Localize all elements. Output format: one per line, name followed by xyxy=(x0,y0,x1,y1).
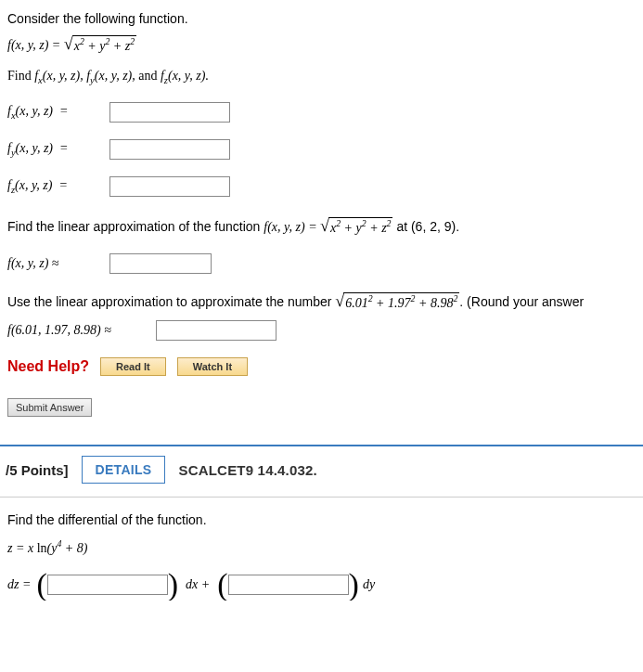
need-help-label: Need Help? xyxy=(7,358,89,375)
q2-function: z = x ln(y4 + 8) xyxy=(7,538,636,556)
fz-input[interactable] xyxy=(109,176,230,197)
fx-input[interactable] xyxy=(109,102,230,123)
question-ref: SCALCET9 14.4.032. xyxy=(178,462,317,478)
fz-label: fz(x, y, z) = xyxy=(7,178,109,195)
eval-input[interactable] xyxy=(156,320,276,341)
use-approx-post: . (Round your answer xyxy=(459,294,584,309)
use-approx-pre: Use the linear approximation to approxim… xyxy=(7,294,335,309)
use-approx-prompt: Use the linear approximation to approxim… xyxy=(7,292,636,311)
func-lhs: f(x, y, z) = xyxy=(7,38,64,52)
q1-find-text: Find fx(x, y, z), fy(x, y, z), and fz(x,… xyxy=(7,69,636,85)
dx-label: dx + xyxy=(186,577,210,592)
read-it-button[interactable]: Read It xyxy=(100,357,166,376)
fx-label: fx(x, y, z) = xyxy=(7,104,109,121)
fy-label: fy(x, y, z) = xyxy=(7,141,109,158)
paren-close-icon: ) xyxy=(168,569,178,601)
approx-label: f(x, y, z) ≈ xyxy=(7,256,109,271)
q1-intro: Consider the following function. xyxy=(7,11,636,26)
question-header: /5 Points] DETAILS SCALCET9 14.4.032. xyxy=(0,445,643,493)
paren-open-icon: ( xyxy=(36,569,46,601)
dz-dx-input[interactable] xyxy=(47,575,168,595)
dz-dy-input[interactable] xyxy=(228,575,349,595)
watch-it-button[interactable]: Watch It xyxy=(177,357,248,376)
fy-input[interactable] xyxy=(109,139,230,160)
eval-label: f(6.01, 1.97, 8.98) ≈ xyxy=(7,323,156,338)
paren-close-icon: ) xyxy=(349,569,359,601)
dy-label: dy xyxy=(363,577,375,592)
lin-approx-post: at (6, 2, 9). xyxy=(396,219,459,234)
details-button[interactable]: DETAILS xyxy=(82,456,166,484)
dz-label: dz = xyxy=(7,577,31,592)
points-label: /5 Points] xyxy=(6,462,69,478)
lin-approx-prompt: Find the linear approximation of the fun… xyxy=(7,217,636,236)
find-pre: Find xyxy=(7,69,34,83)
q1-function: f(x, y, z) = √ x2 + y2 + z2 xyxy=(7,35,636,54)
lin-approx-pre: Find the linear approximation of the fun… xyxy=(7,219,264,234)
paren-open-icon: ( xyxy=(217,569,227,601)
q2-prompt: Find the differential of the function. xyxy=(7,512,636,527)
submit-answer-button[interactable]: Submit Answer xyxy=(7,398,92,417)
approx-input[interactable] xyxy=(109,253,212,274)
